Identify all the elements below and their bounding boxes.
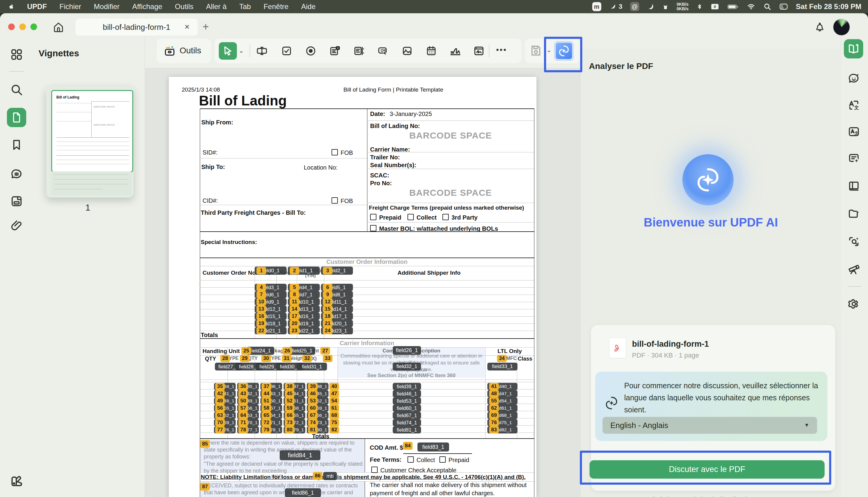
- spotlight-search-icon[interactable]: [764, 3, 771, 11]
- select-tool-chevron-icon[interactable]: ⌄: [239, 47, 244, 54]
- form-field-tag[interactable]: field60_1: [393, 404, 421, 412]
- side-by-side-icon[interactable]: [848, 180, 860, 194]
- attachments-doc-icon[interactable]: [10, 195, 23, 209]
- form-field-tag[interactable]: field46_1: [393, 390, 421, 397]
- menubar-app-name[interactable]: UPDF: [27, 2, 47, 11]
- ai-frame-translate-icon[interactable]: 文: [848, 125, 860, 139]
- menu-fichier[interactable]: Fichier: [59, 2, 81, 11]
- menu-fenetre[interactable]: Fenêtre: [263, 2, 289, 11]
- apple-menu-icon[interactable]: [8, 3, 14, 11]
- ai-assistant-button[interactable]: [554, 41, 574, 61]
- thumbnail-page-1[interactable]: Bill of Lading BARCODE SPACE BARCODE SPA…: [51, 90, 133, 172]
- list-box-tool[interactable]: [350, 42, 368, 60]
- freight-check-prepaid[interactable]: Prepaid: [370, 214, 401, 221]
- checkbox-tool[interactable]: [278, 42, 295, 60]
- status-bird-icon[interactable]: 3: [609, 3, 622, 11]
- menu-aller-a[interactable]: Aller à: [206, 2, 227, 11]
- customer-check-checkbox[interactable]: Customer Check Acceptable: [371, 467, 456, 474]
- form-field-tag[interactable]: field67_1: [393, 412, 421, 419]
- minimize-window-button[interactable]: [19, 24, 26, 30]
- menu-modifier[interactable]: Modifier: [94, 2, 120, 11]
- checkbox-icon[interactable]: [370, 225, 376, 231]
- image-field-tool[interactable]: [398, 42, 416, 60]
- form-field-tag[interactable]: field32_1: [393, 363, 421, 370]
- status-cat-icon[interactable]: [662, 3, 669, 11]
- signature-field-tool[interactable]: [470, 42, 488, 60]
- status-network-speed[interactable]: 0KB/s 0KB/s: [677, 2, 689, 11]
- checkbox-icon[interactable]: [439, 456, 446, 463]
- form-field-tag[interactable]: field33_1: [487, 363, 517, 370]
- ai-summary-icon[interactable]: [848, 152, 860, 166]
- keyboard-icon[interactable]: #: [710, 3, 719, 11]
- bluetooth-icon[interactable]: [697, 3, 702, 11]
- save-icon[interactable]: [529, 44, 543, 58]
- menubar-clock[interactable]: Sat Feb 28 5:09 PM: [796, 2, 862, 11]
- form-field-tag[interactable]: field53_1: [393, 397, 421, 404]
- ai-dropdown-chevron-icon[interactable]: ⌄: [546, 46, 551, 54]
- bookmarks-icon[interactable]: [10, 138, 23, 153]
- ai-chat-icon[interactable]: [848, 72, 860, 86]
- search-icon[interactable]: [10, 83, 23, 98]
- battery-icon[interactable]: [727, 3, 739, 11]
- form-field-tag[interactable]: field74_1: [393, 419, 421, 426]
- page-thumbnail[interactable]: Bill of Lading BARCODE SPACE BARCODE SPA…: [46, 86, 134, 198]
- checkbox-icon[interactable]: [371, 467, 378, 473]
- close-window-button[interactable]: [8, 24, 15, 30]
- user-switch-icon[interactable]: [779, 3, 788, 11]
- menu-outils[interactable]: Outils: [175, 2, 193, 11]
- status-swoosh-icon[interactable]: [647, 3, 654, 11]
- radio-button-tool[interactable]: [302, 42, 320, 60]
- wifi-icon[interactable]: [746, 3, 756, 11]
- checkbox-icon[interactable]: [443, 214, 449, 220]
- date-field-tool[interactable]: [422, 42, 440, 60]
- form-field-tag[interactable]: field25_1: [289, 347, 315, 355]
- checkbox-icon[interactable]: [407, 214, 414, 220]
- form-field-tag[interactable]: field81_1: [393, 426, 421, 434]
- user-avatar[interactable]: [833, 19, 850, 36]
- form-field-tag[interactable]: field86_1: [285, 488, 321, 497]
- checkbox-icon[interactable]: [370, 214, 376, 220]
- pdf-viewer[interactable]: 2025/1/3 14:08Bill of Lading Form | Prin…: [145, 68, 580, 497]
- form-field-tag[interactable]: field39_1: [393, 383, 421, 390]
- notification-bell-icon[interactable]: [814, 21, 826, 34]
- telescope-icon[interactable]: [848, 262, 860, 276]
- ai-ocr-search-icon[interactable]: [848, 235, 860, 249]
- text-field-tool[interactable]: [253, 42, 271, 60]
- document-tab[interactable]: bill-of-lading-form-1 ✕: [75, 19, 198, 36]
- ai-folder-icon[interactable]: [848, 207, 860, 221]
- form-field-tag[interactable]: field26_1: [393, 346, 421, 355]
- fob-checkbox-2[interactable]: FOB: [332, 197, 353, 204]
- fee-prepaid-checkbox[interactable]: Prepaid: [439, 456, 469, 464]
- form-field-tag[interactable]: field84_1: [280, 450, 320, 460]
- form-field-tag[interactable]: mb: [323, 472, 337, 480]
- menu-affichage[interactable]: Affichage: [132, 2, 163, 11]
- grid-view-icon[interactable]: [10, 48, 23, 62]
- fob-checkbox-1[interactable]: FOB: [332, 149, 353, 156]
- language-dropdown[interactable]: English - Anglais ▼: [602, 417, 817, 434]
- theme-swatches-icon[interactable]: [9, 473, 24, 489]
- menu-aide[interactable]: Aide: [301, 2, 316, 11]
- select-tool-button-active[interactable]: [219, 42, 237, 60]
- comments-icon[interactable]: [10, 168, 23, 182]
- status-at-icon[interactable]: @: [630, 2, 639, 11]
- master-bol-checkbox[interactable]: Master BOL: w/attached underlying BOLs: [370, 225, 498, 232]
- freight-check-collect[interactable]: Collect: [407, 214, 437, 221]
- signature-tool[interactable]: [447, 42, 464, 60]
- settings-gear-icon[interactable]: [848, 298, 860, 311]
- more-tools-icon[interactable]: •••: [496, 45, 507, 55]
- status-app-m-icon[interactable]: m: [592, 2, 601, 11]
- home-icon[interactable]: [53, 21, 65, 34]
- form-field-tag[interactable]: field31_1: [297, 363, 327, 370]
- tab-close-icon[interactable]: ✕: [184, 23, 190, 31]
- ai-reader-button-active[interactable]: [844, 39, 863, 58]
- menu-tab[interactable]: Tab: [239, 2, 251, 11]
- checkbox-icon[interactable]: [332, 149, 338, 155]
- dropdown-field-tool[interactable]: [326, 42, 344, 60]
- paperclip-icon[interactable]: [10, 219, 23, 233]
- new-tab-button[interactable]: +: [202, 20, 209, 33]
- ai-translate-icon[interactable]: 文: [848, 99, 860, 113]
- thumbnails-panel-button[interactable]: [7, 108, 26, 127]
- tools-menu-button[interactable]: Outils: [157, 39, 211, 63]
- zoom-window-button[interactable]: [30, 24, 37, 30]
- push-button-tool[interactable]: OK: [374, 42, 392, 60]
